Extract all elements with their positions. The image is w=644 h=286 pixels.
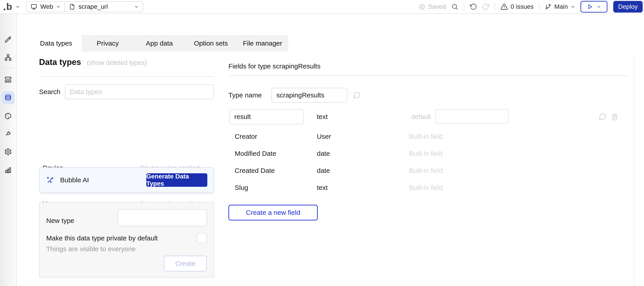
comment-bubble-icon <box>353 91 361 99</box>
field-name: Creator <box>228 133 317 140</box>
builtin-field-row: Created Date date Built-in field <box>228 162 628 179</box>
save-status: Saved <box>419 3 446 10</box>
bubble-logo: b <box>4 2 12 12</box>
sidebar-item-settings[interactable] <box>4 148 12 156</box>
show-deleted-types-link[interactable]: (show deleted types) <box>87 59 147 67</box>
redo-icon <box>482 3 490 10</box>
preview-button[interactable] <box>580 1 608 13</box>
field-default-label: default <box>383 113 431 121</box>
bar-chart-icon <box>4 166 12 174</box>
deploy-button[interactable]: Deploy <box>613 1 643 13</box>
field-type-value: text <box>317 113 328 121</box>
branch-select[interactable]: Main <box>545 3 575 10</box>
gear-icon <box>4 148 12 156</box>
field-name: Slug <box>228 184 317 191</box>
page-select[interactable]: scrape_url <box>64 2 143 12</box>
sidebar-item-workflow[interactable] <box>4 54 12 61</box>
divider <box>228 75 628 76</box>
tab-data-types[interactable]: Data types <box>30 35 82 52</box>
field-type: date <box>317 150 409 157</box>
plug-icon <box>4 130 12 138</box>
tab-app-data[interactable]: App data <box>134 35 185 52</box>
sidebar-item-design[interactable] <box>4 36 12 44</box>
builtin-field-note: Built-in field <box>409 133 443 140</box>
sidebar-item-backend[interactable] <box>4 76 12 84</box>
create-type-button[interactable]: Create <box>164 256 207 271</box>
chevron-down-icon <box>15 4 20 9</box>
divider <box>39 76 214 77</box>
search-label: Search <box>39 88 65 96</box>
comment-button[interactable] <box>353 91 361 99</box>
new-type-input[interactable] <box>118 209 207 226</box>
builtin-field-note: Built-in field <box>409 150 443 157</box>
builtin-field-row: Modified Date date Built-in field <box>228 145 628 162</box>
deploy-label: Deploy <box>618 3 638 10</box>
chevron-down-icon <box>56 5 60 9</box>
field-delete-button[interactable] <box>611 113 618 121</box>
check-circle-icon <box>419 3 426 10</box>
chevron-down-icon <box>570 5 575 9</box>
redo-button[interactable] <box>482 3 490 10</box>
private-by-default-checkbox[interactable] <box>197 233 207 243</box>
sidebar-divider <box>0 68 16 69</box>
search-icon <box>451 3 458 10</box>
field-type: User <box>317 133 409 140</box>
search-input[interactable] <box>65 84 214 99</box>
git-branch-icon <box>545 3 552 10</box>
tab-label: Option sets <box>194 40 228 47</box>
page-select-value: scrape_url <box>78 3 108 10</box>
save-status-label: Saved <box>428 3 446 10</box>
button-label: Generate Data Types <box>146 173 207 187</box>
field-comment-button[interactable] <box>598 113 606 121</box>
toolbar-divider <box>495 3 495 11</box>
logo-menu-button[interactable] <box>15 4 20 9</box>
database-icon <box>4 94 12 102</box>
warning-triangle-icon <box>500 3 508 10</box>
visibility-hint: Things are visible to everyone <box>46 245 136 253</box>
content-panel-border <box>634 52 634 286</box>
branch-label: Main <box>554 3 568 10</box>
create-new-field-button[interactable]: Create a new field <box>228 205 318 220</box>
field-editor-row: text default <box>228 109 628 125</box>
file-icon <box>69 4 76 10</box>
private-by-default-label: Make this data type private by default <box>46 234 158 242</box>
tab-file-manager[interactable]: File manager <box>237 35 288 52</box>
field-default-input[interactable] <box>435 109 508 124</box>
builtin-field-note: Built-in field <box>409 184 443 191</box>
toolbar-right: Saved 0 issues Main Deploy <box>419 1 643 13</box>
search-row: Search <box>39 84 214 99</box>
builtin-field-row: Slug text Built-in field <box>228 179 628 196</box>
sidebar-item-data[interactable] <box>2 91 14 104</box>
tab-privacy[interactable]: Privacy <box>82 35 134 52</box>
builtin-field-row: Creator User Built-in field <box>228 128 628 145</box>
pencil-icon <box>4 36 12 44</box>
new-type-card: New type Make this data type private by … <box>39 202 214 278</box>
top-toolbar: b Web scrape_url Saved <box>0 0 644 14</box>
tab-option-sets[interactable]: Option sets <box>185 35 237 52</box>
comment-bubble-icon <box>598 113 606 121</box>
sidebar-item-plugins[interactable] <box>4 130 12 138</box>
mode-select[interactable]: Web <box>26 2 64 12</box>
type-name-row: Type name <box>228 88 361 103</box>
chevron-down-icon <box>597 5 601 9</box>
builtin-field-note: Built-in field <box>409 167 443 174</box>
field-type: date <box>317 167 409 174</box>
issues-indicator[interactable]: 0 issues <box>500 3 534 10</box>
undo-button[interactable] <box>470 3 477 10</box>
panel-title: Data types <box>39 58 81 67</box>
sidebar-item-logs[interactable] <box>4 166 12 174</box>
field-name: Modified Date <box>228 150 317 157</box>
tab-label: File manager <box>243 40 282 47</box>
data-types-heading: Data types (show deleted types) <box>39 58 214 67</box>
undo-icon <box>470 3 477 10</box>
search-button[interactable] <box>451 3 458 10</box>
magic-wand-icon <box>46 176 55 184</box>
sidebar-item-styles[interactable] <box>4 112 12 120</box>
field-name-input[interactable] <box>229 109 304 124</box>
play-icon <box>587 4 593 10</box>
type-name-input[interactable] <box>272 88 347 103</box>
toolbar-divider <box>464 3 464 11</box>
generate-data-types-button[interactable]: Generate Data Types <box>146 173 207 187</box>
type-name-label: Type name <box>228 91 272 99</box>
toolbar-divider <box>539 3 540 11</box>
